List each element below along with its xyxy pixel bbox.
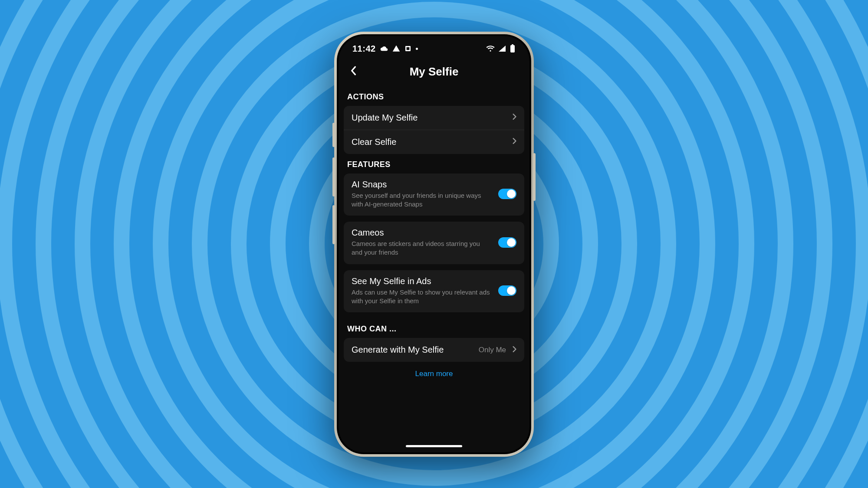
chevron-right-icon	[512, 114, 516, 121]
section-label-who-can: WHO CAN ...	[344, 318, 524, 338]
phone-side-button	[332, 123, 335, 147]
toggle-ai-snaps[interactable]	[498, 189, 516, 199]
feature-title: Cameos	[352, 228, 491, 238]
who-can-generate[interactable]: Generate with My Selfie Only Me	[344, 338, 524, 362]
cloud-icon	[380, 45, 388, 52]
chevron-right-icon	[512, 138, 516, 146]
signal-icon	[498, 45, 506, 52]
learn-more-link[interactable]: Learn more	[344, 362, 524, 386]
feature-title: AI Snaps	[352, 180, 491, 190]
home-indicator[interactable]	[406, 445, 462, 447]
warning-icon	[392, 45, 400, 52]
feature-title: See My Selfie in Ads	[352, 276, 491, 286]
chevron-right-icon	[512, 346, 516, 354]
battery-icon	[510, 44, 516, 53]
feature-ai-snaps: AI Snaps See yourself and your friends i…	[344, 174, 524, 216]
phone-mockup: 11:42	[334, 32, 534, 457]
svg-rect-16	[512, 44, 513, 46]
svg-rect-14	[406, 47, 409, 50]
who-can-value: Only Me	[479, 346, 506, 354]
phone-side-button	[533, 153, 536, 201]
status-time: 11:42	[352, 44, 376, 54]
wifi-icon	[486, 45, 495, 52]
status-dot-icon	[416, 48, 418, 50]
phone-screen: 11:42	[339, 36, 529, 452]
status-bar: 11:42	[339, 36, 529, 56]
action-update-selfie[interactable]: Update My Selfie	[344, 106, 524, 130]
screenshot-icon	[404, 45, 411, 52]
who-can-card: Generate with My Selfie Only Me	[344, 338, 524, 362]
chevron-left-icon	[350, 66, 357, 75]
toggle-selfie-ads[interactable]	[498, 285, 516, 296]
action-clear-selfie[interactable]: Clear Selfie	[344, 130, 524, 154]
feature-desc: Cameos are stickers and videos starring …	[352, 238, 491, 257]
feature-cameos: Cameos Cameos are stickers and videos st…	[344, 222, 524, 264]
toggle-cameos[interactable]	[498, 237, 516, 248]
section-label-actions: ACTIONS	[344, 86, 524, 106]
screen-header: My Selfie	[339, 56, 529, 86]
svg-rect-15	[510, 45, 515, 52]
page-title: My Selfie	[345, 65, 523, 79]
feature-selfie-ads: See My Selfie in Ads Ads can use My Self…	[344, 270, 524, 313]
feature-desc: See yourself and your friends in unique …	[352, 190, 491, 209]
action-label: Update My Selfie	[352, 113, 506, 123]
section-label-features: FEATURES	[344, 154, 524, 174]
phone-side-button	[332, 205, 335, 244]
feature-desc: Ads can use My Selfie to show you releva…	[352, 286, 491, 306]
who-can-label: Generate with My Selfie	[352, 345, 473, 355]
action-label: Clear Selfie	[352, 137, 506, 147]
phone-side-button	[332, 157, 335, 197]
actions-card: Update My Selfie Clear Selfie	[344, 106, 524, 154]
back-button[interactable]	[347, 65, 359, 77]
